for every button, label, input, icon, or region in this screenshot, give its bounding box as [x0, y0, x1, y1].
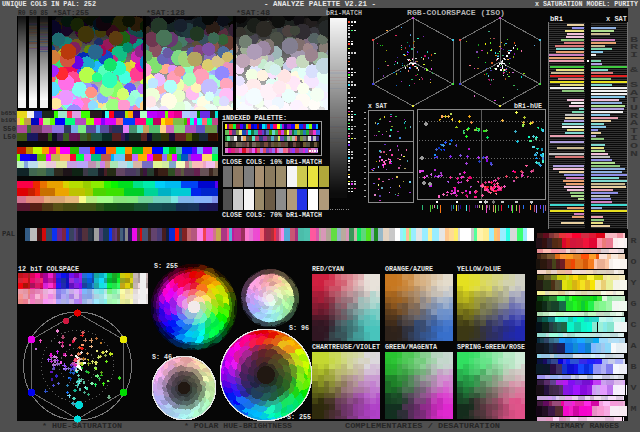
- svg-text:x SAT: x SAT: [606, 15, 627, 23]
- svg-text:ORANGE/AZURE: ORANGE/AZURE: [385, 265, 433, 273]
- svg-text:N: N: [630, 150, 638, 158]
- svg-text:M: M: [631, 405, 637, 413]
- svg-text:bRi: bRi: [550, 15, 563, 23]
- svg-text:x SATURATION MODEL: PURITY: x SATURATION MODEL: PURITY: [535, 0, 639, 8]
- svg-text:b65%: b65%: [1, 110, 17, 117]
- svg-text:RED/CYAN: RED/CYAN: [312, 265, 344, 273]
- svg-text:CLOSE COLS: 70% bRi-MATCH: CLOSE COLS: 70% bRi-MATCH: [222, 211, 322, 219]
- svg-text:CLOSE COLS: 10% bRi-MATCH: CLOSE COLS: 10% bRi-MATCH: [222, 158, 322, 166]
- svg-text:PAL: PAL: [2, 230, 15, 238]
- svg-text:*SAT:255: *SAT:255: [53, 9, 89, 17]
- svg-text:b10%: b10%: [1, 117, 17, 124]
- svg-text:S50: S50: [3, 125, 16, 133]
- svg-text:*SAT:48: *SAT:48: [236, 9, 270, 17]
- svg-text:CHARTREUSE/VIOLET: CHARTREUSE/VIOLET: [312, 343, 380, 351]
- svg-text:RGB-COLORSPACE (ISO): RGB-COLORSPACE (ISO): [407, 9, 505, 17]
- svg-text:COMPLEMENTARIES / DESATURATION: COMPLEMENTARIES / DESATURATION: [345, 422, 500, 430]
- svg-text:S: 255: S: 255: [154, 262, 178, 270]
- svg-text:SPRING-GREEN/ROSE: SPRING-GREEN/ROSE: [457, 343, 525, 351]
- svg-text:* POLAR HUE-BRIGHTNESS: * POLAR HUE-BRIGHTNESS: [184, 422, 292, 430]
- svg-text:C: C: [631, 321, 637, 329]
- svg-text:UNIQUE COLS IN PAL: 252: UNIQUE COLS IN PAL: 252: [2, 0, 96, 8]
- svg-text:bRi-MATCH: bRi-MATCH: [326, 9, 362, 17]
- svg-text:L50: L50: [3, 133, 16, 141]
- svg-text:x SAT: x SAT: [368, 102, 387, 110]
- svg-text:12 biT COLSPACE: 12 biT COLSPACE: [18, 265, 79, 273]
- svg-text:bRi-hUE: bRi-hUE: [514, 102, 542, 110]
- svg-text:*SAT:128: *SAT:128: [146, 9, 185, 17]
- svg-text:GREEN/MAGENTA: GREEN/MAGENTA: [385, 343, 438, 351]
- svg-text:PRIMARY RANGES: PRIMARY RANGES: [550, 422, 619, 430]
- svg-text:- ANALYZE PALETTE V2.21 -: - ANALYZE PALETTE V2.21 -: [264, 0, 376, 8]
- svg-text:G: G: [631, 300, 637, 308]
- svg-text:R0 50 85: R0 50 85: [18, 9, 48, 17]
- svg-text:YELLOW/bLUE: YELLOW/bLUE: [457, 265, 501, 273]
- svg-text:* HUE-SATURATION: * HUE-SATURATION: [42, 422, 122, 430]
- svg-text:iNDEXED PALETTE:: iNDEXED PALETTE:: [222, 114, 287, 122]
- svg-text:I: I: [630, 51, 638, 59]
- svg-text:S: 96: S: 96: [289, 324, 309, 332]
- svg-text:O: O: [631, 258, 637, 266]
